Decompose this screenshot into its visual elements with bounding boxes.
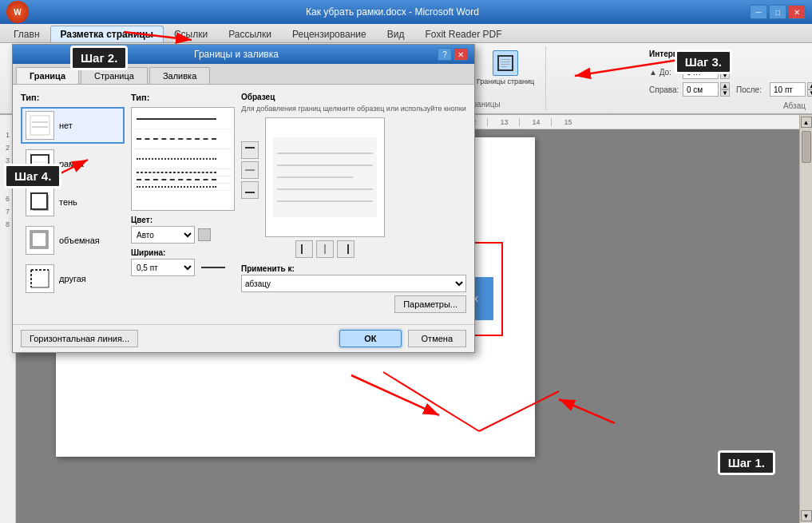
style-list[interactable] [131, 107, 235, 211]
ribbon-tabs: Главн Разметка страницы Ссылки Рассылки … [0, 24, 812, 43]
borders-dialog: Границы и заливка ? ✕ Граница Страница З… [12, 44, 475, 353]
preview-btn-left[interactable] [295, 240, 313, 258]
page-borders-button[interactable]: Границы страниц [472, 48, 539, 88]
style-dashed[interactable] [133, 129, 232, 149]
title-text: Как убрать рамки.docx - Microsoft Word [35, 6, 750, 18]
width-preview [201, 267, 225, 268]
preview-column: Образец Для добавления границ щелкните о… [241, 93, 466, 316]
apply-select[interactable]: абзацу тексту [241, 275, 466, 292]
left-up-arrow[interactable]: ▲ [720, 82, 730, 89]
preview-btn-middle[interactable] [241, 161, 259, 179]
color-width-column: Цвет: Авто Ширина: 0,5 пт 1 пт 2 пт [131, 216, 235, 276]
tab-mailings[interactable]: Рассылки [218, 26, 282, 42]
width-label: Ширина: [131, 248, 235, 257]
params-button[interactable]: Параметры... [394, 295, 466, 313]
preview-bottom-buttons [295, 240, 355, 258]
after-input[interactable] [770, 82, 806, 97]
scroll-up-arrow[interactable]: ▲ [801, 117, 812, 128]
left-input[interactable] [683, 82, 719, 97]
type-3d-icon [26, 226, 54, 255]
dialog-close-button[interactable]: ✕ [454, 48, 468, 61]
left-label: Справа: [649, 85, 681, 94]
preview-btn-right[interactable] [337, 240, 355, 258]
step2-badge: Шаг 2. [70, 46, 128, 70]
type-shadow[interactable]: тень [21, 184, 125, 220]
width-select[interactable]: 0,5 пт 1 пт 2 пт [131, 259, 195, 276]
type-none-label: нет [59, 121, 73, 130]
tab-home[interactable]: Главн [3, 26, 50, 42]
scroll-down-arrow[interactable]: ▼ [801, 510, 812, 521]
after-up-arrow[interactable]: ▲ [807, 82, 812, 89]
type-shadow-label: тень [59, 197, 77, 207]
svg-rect-6 [501, 66, 507, 67]
left-down-arrow[interactable]: ▼ [720, 89, 730, 97]
cancel-button[interactable]: Отмена [408, 330, 466, 347]
type-label: Тип: [21, 93, 125, 102]
vertical-scrollbar[interactable]: ▲ ▼ [799, 115, 812, 523]
tab-review[interactable]: Рецензирование [282, 26, 377, 42]
dialog-footer: Горизонтальная линия... ОК Отмена [13, 324, 474, 352]
close-button[interactable]: ✕ [788, 5, 806, 19]
color-label: Цвет: [131, 216, 235, 224]
style-dot-dash[interactable] [133, 184, 232, 191]
para-group-label: Абзац [783, 101, 812, 110]
preview-hint: Для добавления границ щелкните образец и… [241, 105, 466, 113]
type-shadow-icon [26, 188, 54, 216]
dialog-body: Тип: нет [13, 85, 474, 324]
apply-to-row: Применить к: абзацу тексту [241, 264, 466, 292]
office-button[interactable]: W [6, 1, 29, 23]
ok-button[interactable]: ОК [339, 330, 401, 347]
page-borders-label: Границы страниц [477, 77, 534, 85]
tab-page-layout[interactable]: Разметка страницы [50, 26, 164, 42]
preview-btn-top[interactable] [241, 141, 259, 159]
tab-references[interactable]: Ссылки [164, 26, 218, 42]
scroll-thumb[interactable] [802, 131, 811, 163]
svg-rect-7 [30, 116, 50, 135]
type-other-icon [26, 264, 54, 293]
preview-btn-bottom[interactable] [241, 181, 259, 199]
svg-rect-15 [31, 232, 47, 248]
preview-btn-center-v[interactable] [316, 240, 334, 258]
type-3d[interactable]: объемная [21, 222, 125, 259]
horizontal-line-button[interactable]: Горизонтальная линия... [21, 330, 138, 347]
type-other[interactable]: другая [21, 260, 125, 297]
apply-label: Применить к: [241, 264, 466, 273]
color-swatch[interactable] [198, 228, 211, 241]
color-select[interactable]: Авто [131, 226, 195, 244]
page-borders-icon [493, 50, 518, 76]
minimize-button[interactable]: ─ [750, 5, 767, 19]
type-other-label: другая [59, 274, 86, 283]
style-solid[interactable] [133, 109, 232, 129]
preview-box[interactable] [265, 117, 385, 237]
dialog-controls: ? ✕ [438, 48, 468, 61]
maximize-button[interactable]: □ [769, 5, 786, 19]
dialog-tab-border[interactable]: Граница [16, 67, 79, 84]
tab-foxit[interactable]: Foxit Reader PDF [414, 26, 512, 42]
tab-view[interactable]: Вид [377, 26, 415, 42]
preview-label: Образец [241, 93, 466, 101]
dialog-tab-fill[interactable]: Заливка [149, 67, 210, 84]
type-none-icon [26, 111, 54, 140]
style-double-dash[interactable] [133, 169, 232, 176]
type-box-label: рамка [59, 159, 84, 168]
svg-rect-4 [501, 61, 510, 62]
style-long-dash[interactable] [133, 176, 232, 184]
svg-rect-14 [31, 193, 47, 209]
type-3d-label: объемная [59, 236, 100, 245]
svg-rect-5 [501, 64, 510, 65]
after-down-arrow[interactable]: ▼ [807, 89, 812, 97]
step4-badge: Шаг 4. [4, 164, 61, 188]
svg-rect-3 [501, 59, 510, 60]
style-dotted[interactable] [133, 149, 232, 169]
type-none[interactable]: нет [21, 107, 125, 144]
type-column: Тип: нет [21, 93, 125, 316]
after-label: После: [736, 85, 768, 94]
preview-inner [273, 137, 377, 217]
dialog-help-button[interactable]: ? [438, 48, 452, 61]
window-controls: ─ □ ✕ [750, 5, 806, 19]
titlebar: W Как убрать рамки.docx - Microsoft Word… [0, 0, 812, 24]
step1-badge: Шаг 1. [718, 450, 775, 475]
step3-badge: Шаг 3. [675, 50, 732, 74]
svg-rect-2 [498, 56, 513, 70]
preview-left-buttons [241, 141, 259, 199]
